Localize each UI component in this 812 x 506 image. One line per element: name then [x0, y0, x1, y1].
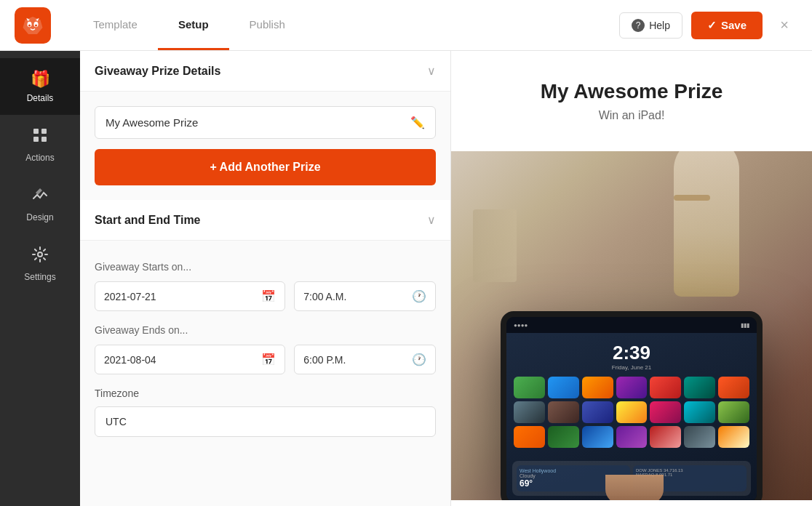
svg-rect-8: [41, 137, 47, 142]
preview-subtitle: Win an iPad!: [473, 109, 790, 122]
calendar-icon-start[interactable]: 📅: [261, 289, 276, 303]
ipad-device: ●●●● ▮▮▮ 2:39 Friday, June 21: [501, 311, 763, 500]
add-prize-label: + Add Another Prize: [210, 161, 320, 174]
starts-label: Giveaway Starts on...: [95, 261, 436, 273]
weather-location: West Hollywood: [520, 468, 627, 473]
svg-point-3: [28, 24, 31, 26]
end-date-time-row: 2021-08-04 📅 6:00 P.M. 🕐: [95, 345, 436, 374]
time-section-title: Start and End Time: [95, 214, 201, 227]
lamp-arm: [674, 195, 710, 201]
sidebar-item-actions[interactable]: Actions: [0, 115, 80, 174]
time-chevron-icon: ∨: [427, 213, 436, 227]
nav-tabs: Template Setup Publish: [73, 1, 619, 50]
ipad-date: Friday, June 21: [511, 364, 752, 371]
add-prize-button[interactable]: + Add Another Prize: [95, 149, 436, 185]
book-decoration: [473, 209, 517, 282]
start-time-field[interactable]: 7:00 A.M. 🕐: [294, 281, 436, 311]
ipad-battery: ▮▮▮: [741, 322, 749, 329]
app-icon: [684, 426, 715, 448]
tab-setup[interactable]: Setup: [158, 1, 229, 50]
sidebar-label-actions: Actions: [25, 153, 54, 163]
prize-section-body: My Awesome Prize ✏️ + Add Another Prize: [80, 92, 450, 200]
check-icon: ✓: [707, 19, 717, 32]
end-time-value: 6:00 P.M.: [303, 354, 406, 366]
end-date-field[interactable]: 2021-08-04 📅: [95, 345, 285, 374]
svg-rect-5: [33, 129, 39, 134]
clock-icon-start[interactable]: 🕐: [412, 289, 426, 303]
tab-publish[interactable]: Publish: [229, 1, 306, 50]
edit-icon[interactable]: ✏️: [410, 116, 425, 129]
prize-section-title: Giveaway Prize Details: [95, 65, 220, 78]
preview-title: My Awesome Prize: [473, 80, 790, 103]
header: Template Setup Publish ? Help ✓ Save ×: [0, 0, 812, 51]
sidebar-item-design[interactable]: Design: [0, 174, 80, 234]
sidebar-label-details: Details: [27, 93, 54, 103]
prize-input-container: My Awesome Prize ✏️: [95, 106, 436, 139]
app-icon: [616, 426, 648, 448]
question-icon: ?: [632, 19, 645, 32]
app-icon: [650, 377, 681, 398]
app-icon: [616, 401, 648, 423]
svg-marker-0: [23, 17, 43, 34]
sidebar-label-design: Design: [26, 212, 53, 222]
app-logo: [15, 7, 51, 44]
help-button[interactable]: ? Help: [619, 12, 682, 39]
app-icon: [582, 377, 613, 398]
start-date-time-row: 2021-07-21 📅 7:00 A.M. 🕐: [95, 281, 436, 311]
start-date-field[interactable]: 2021-07-21 📅: [95, 281, 285, 311]
close-button[interactable]: ×: [771, 12, 797, 39]
ends-label: Giveaway Ends on...: [95, 324, 436, 336]
ipad-apps-grid: [511, 374, 752, 451]
logo-icon: [22, 15, 44, 36]
app-icon: [582, 426, 613, 448]
app-icon: [548, 426, 579, 448]
save-label: Save: [721, 19, 747, 31]
end-time-field[interactable]: 6:00 P.M. 🕐: [294, 345, 436, 374]
app-icon: [582, 401, 613, 423]
main-layout: 🎁 Details Actions Design: [0, 51, 812, 506]
start-date-value: 2021-07-21: [104, 291, 255, 302]
svg-point-4: [35, 24, 37, 26]
header-actions: ? Help ✓ Save ×: [619, 12, 797, 39]
prize-name-value: My Awesome Prize: [106, 116, 410, 129]
time-section-header[interactable]: Start and End Time ∨: [80, 200, 450, 241]
app-icon: [718, 401, 749, 423]
settings-icon: [31, 246, 49, 268]
preview-header: My Awesome Prize Win an iPad!: [451, 51, 812, 151]
app-icon: [650, 426, 681, 448]
app-icon: [514, 377, 545, 398]
prize-chevron-icon: ∨: [427, 64, 436, 78]
actions-icon: [31, 126, 49, 148]
end-date-value: 2021-08-04: [104, 354, 255, 366]
prize-section-header[interactable]: Giveaway Prize Details ∨: [80, 51, 450, 92]
preview-panel: My Awesome Prize Win an iPad! ●●●● ▮▮▮: [451, 51, 812, 506]
sidebar-item-details[interactable]: 🎁 Details: [0, 58, 80, 115]
design-icon: [31, 186, 49, 208]
svg-point-9: [38, 252, 42, 257]
help-label: Help: [649, 20, 670, 31]
app-icon: [514, 401, 545, 423]
app-icon: [684, 401, 715, 423]
app-icon: [548, 377, 579, 398]
timezone-field[interactable]: UTC: [95, 406, 436, 437]
ipad-status-bar: ●●●● ▮▮▮: [506, 317, 757, 333]
save-button[interactable]: ✓ Save: [691, 12, 763, 39]
app-icon: [650, 401, 681, 423]
timezone-value: UTC: [106, 416, 127, 427]
app-icon: [514, 426, 545, 448]
settings-panel: Giveaway Prize Details ∨ My Awesome Priz…: [80, 51, 451, 506]
clock-icon-end[interactable]: 🕐: [412, 353, 426, 366]
svg-rect-7: [33, 137, 39, 142]
sidebar-item-settings[interactable]: Settings: [0, 234, 80, 294]
close-icon: ×: [780, 17, 789, 33]
app-icon: [718, 377, 749, 398]
tab-template[interactable]: Template: [73, 1, 158, 50]
ipad-time: 2:39: [511, 342, 752, 364]
ipad-scene-bg: ●●●● ▮▮▮ 2:39 Friday, June 21: [451, 151, 812, 500]
gift-icon: 🎁: [31, 70, 50, 89]
ipad-clock-area: 2:39 Friday, June 21: [511, 337, 752, 374]
time-section-body: Giveaway Starts on... 2021-07-21 📅 7:00 …: [80, 241, 450, 451]
sidebar-label-settings: Settings: [24, 272, 55, 282]
calendar-icon-end[interactable]: 📅: [261, 353, 276, 366]
svg-rect-6: [41, 129, 47, 134]
